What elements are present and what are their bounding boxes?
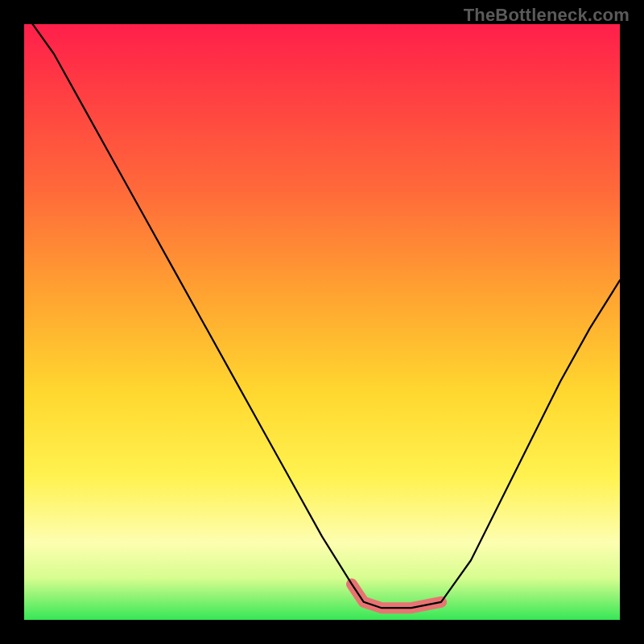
watermark-text: TheBottleneck.com <box>464 5 630 26</box>
chart-svg <box>24 24 620 620</box>
bottleneck-curve-line <box>24 24 620 608</box>
plot-area <box>24 24 620 620</box>
chart-frame: TheBottleneck.com <box>0 0 644 644</box>
